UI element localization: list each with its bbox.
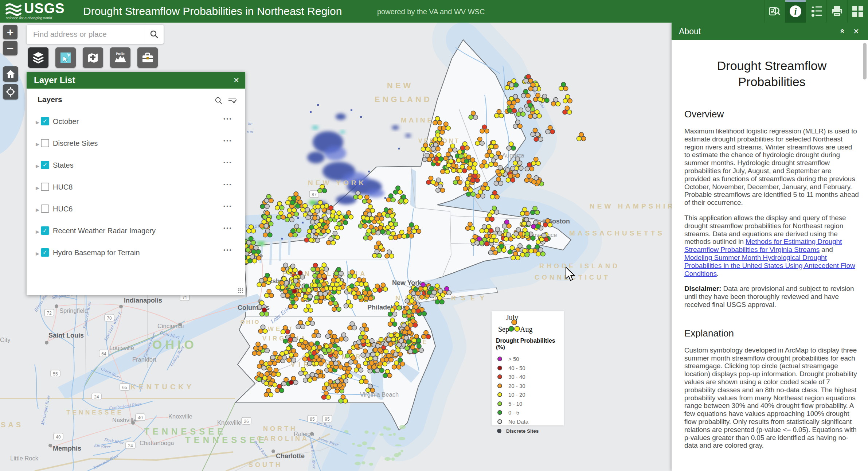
legend-item: No Data bbox=[492, 418, 564, 427]
panel-resize-handle[interactable] bbox=[238, 288, 243, 293]
expand-arrow-icon[interactable]: ▶ bbox=[36, 120, 39, 125]
road-shield: 26 bbox=[242, 417, 251, 424]
layer-rows: ▶✓October•••▶Discrete Sites•••▶✓States••… bbox=[27, 113, 245, 266]
usgs-logo[interactable]: USGS science for a changing world bbox=[5, 1, 78, 21]
layer-row-hydro-basemap-for-terrain: ▶✓Hydro Basemap for Terrain••• bbox=[27, 244, 245, 266]
explanation-paragraph: Custom symbology developed in ArcMap to … bbox=[684, 346, 859, 449]
toggle-all-layers-icon[interactable] bbox=[228, 97, 236, 106]
my-location-button[interactable] bbox=[3, 84, 18, 100]
legend-title: Drought Probabilities (%) bbox=[492, 338, 564, 351]
close-icon[interactable]: ✕ bbox=[853, 23, 859, 40]
svg-text:40: 40 bbox=[56, 435, 61, 440]
svg-text:MAINE: MAINE bbox=[401, 116, 434, 124]
expand-arrow-icon[interactable]: ▶ bbox=[36, 163, 39, 169]
svg-text:NEW: NEW bbox=[387, 81, 413, 90]
collapse-icon[interactable]: « bbox=[838, 29, 847, 33]
layer-checkbox[interactable] bbox=[41, 139, 49, 147]
explanation-heading: Explanation bbox=[684, 328, 859, 339]
search-icon bbox=[150, 30, 159, 39]
legend-list-icon[interactable] bbox=[806, 0, 826, 23]
layer-checkbox[interactable]: ✓ bbox=[41, 117, 49, 125]
layer-row-huc6: ▶HUC6••• bbox=[27, 200, 245, 222]
legend-item-discrete-sites: Discrete Sites bbox=[492, 427, 564, 437]
svg-text:KENTUCKY: KENTUCKY bbox=[130, 383, 194, 391]
elevation-profile-button[interactable]: Profile bbox=[110, 47, 130, 68]
layer-menu-button[interactable]: ••• bbox=[223, 203, 232, 209]
expand-arrow-icon[interactable]: ▶ bbox=[36, 185, 39, 191]
search-input[interactable] bbox=[27, 25, 144, 44]
about-panel: About « ✕ Drought Streamflow Probabiliti… bbox=[672, 23, 868, 471]
layer-checkbox[interactable] bbox=[41, 205, 49, 213]
svg-text:SAS: SAS bbox=[1, 421, 23, 429]
road-shield: 70 bbox=[105, 314, 114, 321]
layer-list-button[interactable] bbox=[28, 47, 48, 68]
select-tool-button[interactable] bbox=[55, 47, 76, 68]
expand-arrow-icon[interactable]: ▶ bbox=[36, 229, 39, 234]
layer-checkbox[interactable]: ✓ bbox=[41, 161, 49, 169]
layer-menu-button[interactable]: ••• bbox=[223, 159, 232, 166]
link-modeling-summer[interactable]: Modeling Summer Month Hydrological Droug… bbox=[684, 254, 855, 277]
svg-text:Springfield: Springfield bbox=[59, 307, 88, 314]
apps-grid-icon[interactable] bbox=[847, 0, 868, 23]
legend-item: 30 - 40 bbox=[492, 373, 564, 382]
expand-arrow-icon[interactable]: ▶ bbox=[36, 141, 39, 147]
disclaimer-paragraph: Disclaimer: Data are provisional and sub… bbox=[684, 285, 859, 308]
info-icon[interactable]: i bbox=[785, 0, 806, 23]
layer-menu-button[interactable]: ••• bbox=[223, 116, 232, 122]
home-extent-button[interactable] bbox=[3, 66, 18, 82]
layer-menu-button[interactable]: ••• bbox=[223, 137, 232, 144]
mouse-cursor bbox=[565, 267, 578, 282]
layer-checkbox[interactable]: ✓ bbox=[41, 248, 49, 257]
legend-item: 40 - 50 bbox=[492, 364, 564, 373]
map-toolbar: Profile bbox=[28, 47, 158, 68]
legend-item: 10 - 20 bbox=[492, 391, 564, 400]
layer-row-states: ▶✓States••• bbox=[27, 156, 245, 178]
layer-checkbox[interactable]: ✓ bbox=[41, 226, 49, 235]
layer-row-discrete-sites: ▶Discrete Sites••• bbox=[27, 135, 245, 156]
layer-search-icon[interactable] bbox=[215, 97, 223, 106]
search-button[interactable] bbox=[144, 25, 164, 44]
svg-text:City: City bbox=[0, 336, 11, 343]
zoom-in-button[interactable]: + bbox=[3, 25, 17, 39]
layer-label: Recent Weather Radar Imagery bbox=[53, 227, 156, 235]
svg-text:24: 24 bbox=[94, 394, 99, 400]
layer-menu-button[interactable]: ••• bbox=[223, 247, 232, 253]
add-data-button[interactable] bbox=[83, 47, 103, 68]
layer-menu-button[interactable]: ••• bbox=[223, 181, 232, 187]
svg-text:TENNESSEE: TENNESSEE bbox=[66, 409, 124, 416]
layer-label: HUC8 bbox=[53, 183, 73, 191]
overview-paragraph-2: This application allows the display and … bbox=[684, 214, 859, 277]
attribute-search-icon[interactable] bbox=[764, 0, 785, 23]
layer-label: Discrete Sites bbox=[53, 139, 98, 148]
layer-checkbox[interactable] bbox=[41, 183, 49, 191]
road-shield: 72 bbox=[44, 309, 54, 316]
layer-list-header[interactable]: Layer List ✕ bbox=[27, 72, 245, 89]
zoom-out-button[interactable]: − bbox=[3, 41, 17, 55]
svg-text:Knoxville: Knoxville bbox=[217, 419, 241, 426]
svg-text:Memphis: Memphis bbox=[53, 445, 81, 452]
road-shield: 55 bbox=[51, 370, 60, 377]
legend-items: > 5040 - 5030 - 4020 - 3010 - 205 - 100 … bbox=[492, 355, 564, 437]
about-content: Drought Streamflow Probabilities Overvie… bbox=[684, 40, 859, 449]
svg-text:85: 85 bbox=[310, 417, 315, 422]
toolbox-button[interactable] bbox=[137, 47, 158, 68]
home-icon bbox=[6, 70, 15, 78]
legend-item: 5 - 10 bbox=[492, 400, 564, 409]
expand-arrow-icon[interactable]: ▶ bbox=[36, 207, 39, 213]
about-panel-title: About bbox=[679, 23, 701, 40]
road-shield: 24 bbox=[126, 442, 135, 449]
layer-menu-button[interactable]: ••• bbox=[223, 225, 232, 231]
page-title: Drought Streamflow Probabilities in Nort… bbox=[83, 0, 342, 23]
print-icon[interactable] bbox=[826, 0, 847, 23]
close-icon[interactable]: ✕ bbox=[233, 72, 239, 89]
road-shield: 95 bbox=[322, 415, 332, 422]
svg-text:SOUTH: SOUTH bbox=[249, 461, 282, 468]
expand-arrow-icon[interactable]: ▶ bbox=[36, 251, 39, 256]
svg-text:64: 64 bbox=[101, 351, 106, 357]
svg-text:New York: New York bbox=[392, 279, 422, 287]
scrollbar-thumb[interactable] bbox=[863, 43, 867, 79]
svg-text:TENNESSEE: TENNESSEE bbox=[185, 435, 267, 445]
svg-text:Nashville: Nashville bbox=[112, 417, 137, 423]
road-shield: 85 bbox=[308, 415, 317, 422]
legend-item: 20 - 30 bbox=[492, 382, 564, 391]
